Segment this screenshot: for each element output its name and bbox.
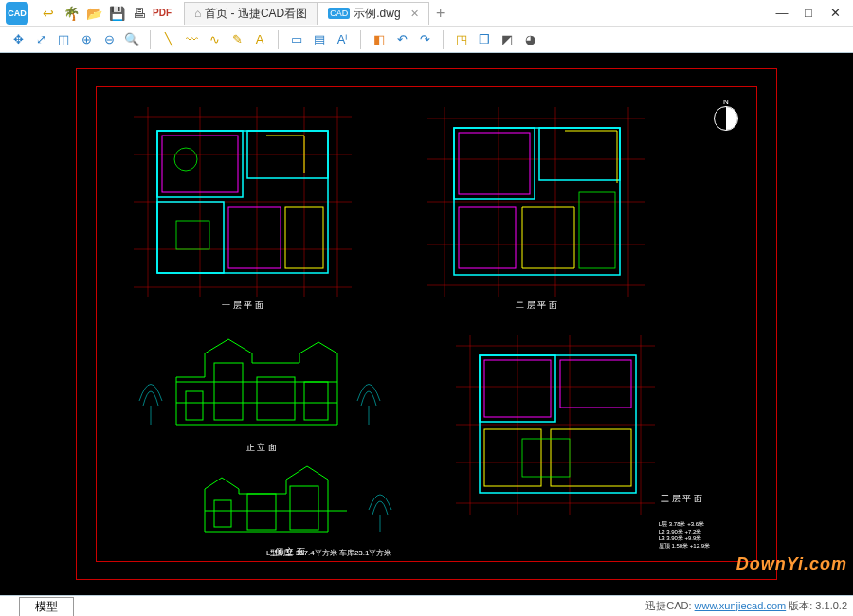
- cube-icon[interactable]: ❒: [476, 31, 493, 48]
- tool-group-edit: ◧ ↶ ↷: [367, 31, 437, 48]
- svg-rect-37: [214, 363, 243, 420]
- tab-file[interactable]: CAD 示例.dwg ✕: [318, 2, 428, 25]
- tab-strip: ⌂ 首页 - 迅捷CAD看图 CAD 示例.dwg ✕ +: [184, 0, 764, 26]
- drawing-note: L型别墅 367.4平方米 车库23.1平方米: [266, 548, 391, 558]
- separator: [443, 30, 444, 49]
- zoom-out-icon[interactable]: ⊖: [100, 31, 118, 48]
- tool-group-3d: ◳ ❒ ◩ ◕: [449, 31, 542, 48]
- tool-group-view: ✥ ⤢ ◫ ⊕ ⊖ 🔍: [6, 31, 144, 48]
- svg-rect-18: [176, 221, 209, 249]
- app-icon: CAD: [0, 0, 34, 27]
- table-row: L2 3.90米 +7.2米: [659, 529, 710, 536]
- zoom-in-icon[interactable]: ⊕: [78, 31, 95, 48]
- svg-rect-28: [454, 128, 620, 275]
- box3d-icon[interactable]: ◳: [453, 31, 470, 48]
- palm-icon[interactable]: 🌴: [63, 5, 80, 22]
- eraser-icon[interactable]: ◧: [371, 31, 388, 48]
- text-tool-icon[interactable]: A: [251, 31, 268, 48]
- svg-rect-58: [560, 360, 631, 408]
- redo-icon[interactable]: ↷: [416, 31, 433, 48]
- svg-rect-30: [539, 128, 620, 180]
- data-table: L层 3.78米 +3.6米 L2 3.90米 +7.2米 L3 3.90米 +…: [659, 521, 710, 551]
- quick-access-toolbar: ↩ 🌴 📂 💾 🖶 PDF: [34, 5, 176, 22]
- cad-file-icon: CAD: [328, 8, 350, 19]
- status-suffix: 版本: 3.1.0.2: [786, 600, 847, 611]
- pan-icon[interactable]: ✥: [9, 31, 27, 48]
- compass-icon: N: [714, 98, 738, 131]
- tool-group-draw: ╲ 〰 ∿ ✎ A: [156, 31, 272, 48]
- plan-label: 二 层 平 面: [427, 299, 645, 312]
- history-icon[interactable]: ↩: [40, 5, 57, 22]
- svg-rect-55: [480, 355, 636, 493]
- svg-rect-44: [290, 486, 318, 530]
- print-icon[interactable]: 🖶: [131, 5, 148, 22]
- zoom-extent-icon[interactable]: ⤢: [32, 31, 49, 48]
- svg-rect-32: [459, 207, 516, 268]
- svg-rect-29: [454, 128, 535, 199]
- save-icon[interactable]: 💾: [108, 5, 125, 22]
- text-style-icon[interactable]: Aᴵ: [334, 31, 351, 48]
- color-cube-icon[interactable]: ◩: [499, 31, 516, 48]
- watermark: DownYi.com: [736, 554, 847, 574]
- svg-rect-36: [186, 391, 203, 420]
- undo-icon[interactable]: ↶: [393, 31, 410, 48]
- svg-rect-61: [522, 439, 570, 477]
- titlebar: CAD ↩ 🌴 📂 💾 🖶 PDF ⌂ 首页 - 迅捷CAD看图 CAD 示例.…: [0, 0, 853, 27]
- svg-rect-39: [304, 382, 328, 420]
- tab-home[interactable]: ⌂ 首页 - 迅捷CAD看图: [184, 2, 318, 25]
- status-prefix: 迅捷CAD:: [645, 600, 694, 611]
- table-row: L3 3.90米 +9.9米: [659, 535, 710, 543]
- main-toolbar: ✥ ⤢ ◫ ⊕ ⊖ 🔍 ╲ 〰 ∿ ✎ A ▭ ▤ Aᴵ ◧ ↶ ↷ ◳ ❒ ◩…: [0, 27, 853, 53]
- svg-rect-42: [214, 500, 231, 527]
- line-icon[interactable]: ╲: [160, 31, 177, 48]
- tab-label: 示例.dwg: [354, 6, 400, 22]
- polyline-icon[interactable]: 〰: [183, 31, 200, 48]
- svg-rect-60: [551, 429, 631, 486]
- bottom-bar: 模型 迅捷CAD: www.xunjiecad.com 版本: 3.1.0.2: [0, 595, 853, 616]
- layout-tab-model[interactable]: 模型: [19, 597, 74, 616]
- separator: [360, 30, 361, 49]
- svg-rect-38: [257, 377, 295, 420]
- close-button[interactable]: ✕: [828, 6, 842, 20]
- new-tab-button[interactable]: +: [429, 5, 452, 22]
- pdf-icon[interactable]: PDF: [154, 5, 171, 22]
- home-icon: ⌂: [194, 7, 201, 20]
- svg-rect-59: [484, 429, 541, 486]
- plan-label: 三 层 平 面: [661, 493, 702, 505]
- svg-rect-43: [247, 494, 276, 530]
- status-link[interactable]: www.xunjiecad.com: [695, 600, 787, 611]
- svg-rect-15: [228, 207, 281, 268]
- open-icon[interactable]: 📂: [85, 5, 102, 22]
- palette-icon[interactable]: ◕: [521, 31, 538, 48]
- curve-icon[interactable]: ∿: [206, 31, 223, 48]
- side-elevation: 侧 立 面: [181, 448, 399, 543]
- zoom-window-icon[interactable]: ◫: [55, 31, 72, 48]
- minimize-button[interactable]: —: [775, 6, 789, 20]
- layer-icon[interactable]: ▭: [288, 31, 305, 48]
- svg-rect-35: [579, 192, 615, 268]
- third-floor-plan: 三 层 平 面: [456, 335, 655, 515]
- table-row: 屋顶 1.50米 +12.9米: [659, 543, 710, 551]
- first-floor-plan: 一 层 平 面: [134, 107, 352, 297]
- front-elevation: 正 立 面: [134, 335, 390, 439]
- maximize-button[interactable]: □: [802, 6, 815, 20]
- zoom-realtime-icon[interactable]: 🔍: [123, 31, 140, 48]
- window-controls: — □ ✕: [764, 6, 853, 20]
- second-floor-plan: 二 层 平 面: [427, 107, 645, 297]
- tool-group-layer: ▭ ▤ Aᴵ: [284, 31, 354, 48]
- svg-rect-31: [459, 133, 530, 194]
- svg-rect-13: [157, 202, 224, 273]
- tab-label: 首页 - 迅捷CAD看图: [205, 6, 307, 22]
- svg-point-17: [174, 148, 197, 171]
- plan-label: 一 层 平 面: [134, 299, 352, 312]
- separator: [278, 30, 279, 49]
- drawing-sheet: N: [76, 68, 777, 580]
- tab-close-icon[interactable]: ✕: [410, 8, 419, 20]
- table-row: L层 3.78米 +3.6米: [659, 521, 710, 529]
- status-text: 迅捷CAD: www.xunjiecad.com 版本: 3.1.0.2: [645, 599, 853, 613]
- drawing-canvas[interactable]: N: [0, 53, 853, 595]
- separator: [150, 30, 151, 49]
- edit-icon[interactable]: ✎: [228, 31, 245, 48]
- layers-panel-icon[interactable]: ▤: [311, 31, 328, 48]
